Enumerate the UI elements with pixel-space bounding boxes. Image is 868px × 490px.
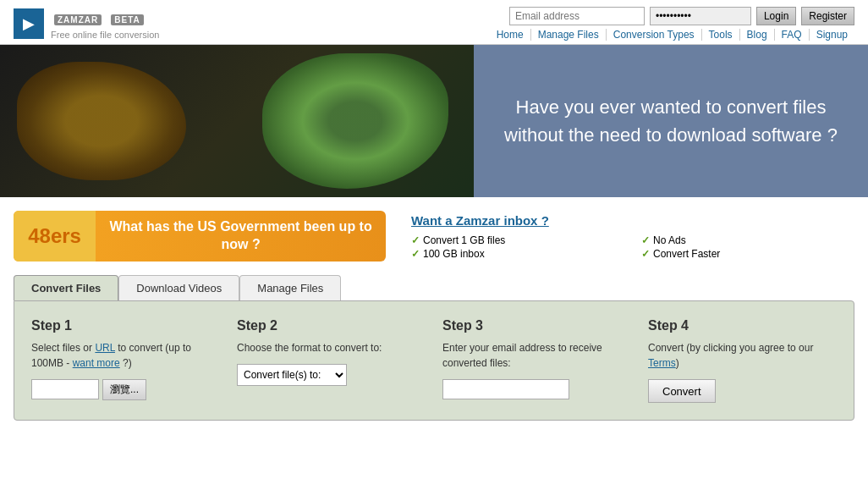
- want-more-link[interactable]: want more: [73, 357, 120, 369]
- url-link[interactable]: URL: [95, 342, 115, 354]
- step-4: Step 4 Convert (by clicking you agree to…: [648, 318, 837, 403]
- hero-image: [0, 45, 474, 197]
- inbox-feature-1: ✓Convert 1 GB files: [411, 234, 624, 246]
- step-1-desc: Select files or URL to convert (up to 10…: [31, 340, 220, 371]
- register-button[interactable]: Register: [801, 7, 854, 25]
- hero-text-area: Have you ever wanted to convert files wi…: [474, 45, 868, 197]
- logo-area: ZAMZAR BETA Free online file conversion: [14, 8, 159, 40]
- header: ZAMZAR BETA Free online file conversion …: [0, 0, 868, 45]
- inbox-feature-label-1: Convert 1 GB files: [423, 234, 505, 246]
- form-area: Step 1 Select files or URL to convert (u…: [14, 300, 854, 421]
- logo-name: ZAMZAR BETA: [51, 8, 159, 30]
- tab-list: Convert Files Download Videos Manage Fil…: [14, 275, 854, 300]
- logo-wordmark: ZAMZAR: [54, 14, 102, 25]
- nav-faq[interactable]: FAQ: [775, 29, 810, 41]
- nav-signup[interactable]: Signup: [810, 29, 854, 41]
- step-2-desc: Choose the format to convert to:: [237, 340, 426, 355]
- logo-icon: [14, 8, 44, 39]
- inbox-title[interactable]: Want a Zamzar inbox ?: [411, 213, 854, 228]
- inbox-feature-label-3: 100 GB inbox: [423, 248, 485, 260]
- tab-convert-files[interactable]: Convert Files: [14, 275, 118, 300]
- step-4-title: Step 4: [648, 318, 837, 333]
- step-2: Step 2 Choose the format to convert to: …: [237, 318, 426, 403]
- file-text-display: [31, 379, 99, 399]
- nav-blog[interactable]: Blog: [740, 29, 775, 41]
- chameleon-left-image: [17, 62, 186, 180]
- nav-tools[interactable]: Tools: [702, 29, 740, 41]
- logo-sub: Free online file conversion: [51, 30, 159, 40]
- convert-button[interactable]: Convert: [648, 379, 716, 403]
- terms-link[interactable]: Terms: [648, 357, 676, 369]
- inbox-feature-label-4: Convert Faster: [653, 248, 720, 260]
- inbox-feature-label-2: No Ads: [653, 234, 686, 246]
- check-icon-3: ✓: [411, 248, 420, 260]
- login-button[interactable]: Login: [756, 7, 796, 25]
- step-2-title: Step 2: [237, 318, 426, 333]
- nav: Home Manage Files Conversion Types Tools…: [490, 29, 854, 41]
- step-3-title: Step 3: [442, 318, 631, 333]
- tabs-section: Convert Files Download Videos Manage Fil…: [0, 275, 868, 438]
- promo-area: 48ers What has the US Government been up…: [0, 197, 868, 275]
- inbox-feature-4: ✓Convert Faster: [641, 248, 854, 260]
- browse-button[interactable]: 瀏覽...: [102, 379, 146, 400]
- ad-banner[interactable]: 48ers What has the US Government been up…: [14, 211, 386, 262]
- check-icon-2: ✓: [641, 234, 650, 246]
- email-input[interactable]: [509, 7, 645, 25]
- step-3: Step 3 Enter your email address to recei…: [442, 318, 631, 403]
- ad-text: What has the US Government been up to no…: [96, 218, 386, 254]
- nav-manage-files[interactable]: Manage Files: [531, 29, 607, 41]
- format-select[interactable]: Convert file(s) to:: [237, 364, 347, 386]
- check-icon-4: ✓: [641, 248, 650, 260]
- email-field[interactable]: [442, 379, 569, 399]
- inbox-feature-3: ✓100 GB inbox: [411, 248, 624, 260]
- inbox-features: ✓Convert 1 GB files ✓No Ads ✓100 GB inbo…: [411, 234, 854, 260]
- hero-tagline: Have you ever wanted to convert files wi…: [491, 93, 851, 149]
- nav-home[interactable]: Home: [490, 29, 531, 41]
- hero-banner: Have you ever wanted to convert files wi…: [0, 45, 868, 197]
- password-input[interactable]: [650, 7, 751, 25]
- chameleon-right-image: [262, 53, 448, 189]
- nav-conversion-types[interactable]: Conversion Types: [607, 29, 702, 41]
- header-right: Login Register Home Manage Files Convers…: [490, 7, 854, 41]
- check-icon-1: ✓: [411, 234, 420, 246]
- step-1: Step 1 Select files or URL to convert (u…: [31, 318, 220, 403]
- ad-logo: 48ers: [14, 211, 96, 262]
- header-top-right: Login Register: [509, 7, 854, 25]
- inbox-promo: Want a Zamzar inbox ? ✓Convert 1 GB file…: [411, 213, 854, 260]
- inbox-feature-2: ✓No Ads: [641, 234, 854, 246]
- logo-text: ZAMZAR BETA Free online file conversion: [51, 8, 159, 40]
- step-1-title: Step 1: [31, 318, 220, 333]
- file-input-row: 瀏覽...: [31, 379, 220, 400]
- step-3-desc: Enter your email address to receive conv…: [442, 340, 631, 371]
- tab-download-videos[interactable]: Download Videos: [118, 275, 239, 300]
- tab-manage-files[interactable]: Manage Files: [239, 275, 341, 300]
- step-4-desc: Convert (by clicking you agree to our Te…: [648, 340, 837, 371]
- beta-badge: BETA: [111, 14, 143, 25]
